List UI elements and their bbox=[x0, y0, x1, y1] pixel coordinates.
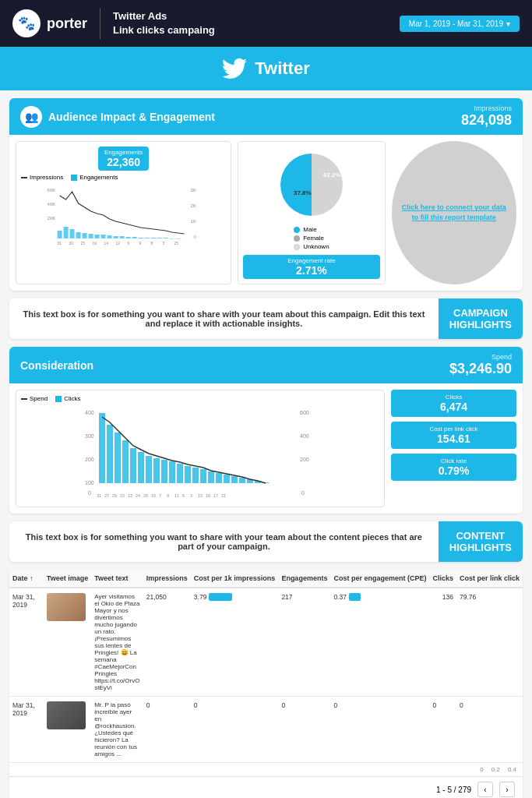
col-date[interactable]: Date ↑ bbox=[9, 570, 44, 588]
tweets-data-table: Date ↑ Tweet image Tweet text Impression… bbox=[9, 570, 523, 763]
row-tweet-text: Mr. P la pasó increíble ayer en @rockhau… bbox=[91, 697, 143, 763]
svg-text:400: 400 bbox=[85, 410, 94, 415]
table-wrapper: Date ↑ Tweet image Tweet text Impression… bbox=[9, 570, 523, 763]
clicks-metric-badge: Clicks 6,474 bbox=[391, 390, 516, 417]
engagements-badge: Engagements 22,360 bbox=[98, 147, 149, 171]
svg-rect-60 bbox=[185, 466, 191, 483]
audience-icon: 👥 bbox=[20, 106, 42, 128]
cpm-bar-cell: 3.79 bbox=[194, 593, 276, 601]
row-impressions: 0 bbox=[143, 697, 191, 763]
unknown-color-dot bbox=[294, 244, 300, 250]
svg-rect-17 bbox=[120, 236, 125, 238]
date-range[interactable]: Mar 1, 2019 - Mar 31, 2019 ▾ bbox=[400, 16, 520, 32]
svg-rect-12 bbox=[89, 234, 93, 238]
clicks-bar-icon bbox=[55, 396, 62, 402]
svg-rect-15 bbox=[107, 235, 112, 238]
svg-rect-26 bbox=[176, 238, 181, 239]
row-date: Mar 31, 2019 bbox=[9, 697, 44, 763]
svg-text:8: 8 bbox=[151, 241, 153, 245]
row-engagements: 217 bbox=[278, 588, 330, 697]
svg-text:62.2%: 62.2% bbox=[323, 171, 341, 178]
spend-metrics: Clicks 6,474 Cost per link click 154.61 … bbox=[391, 390, 516, 507]
row-cpl: 79.76 bbox=[456, 588, 523, 697]
svg-text:2K: 2K bbox=[191, 203, 196, 208]
svg-rect-61 bbox=[192, 468, 199, 483]
pagination: 1 - 5 / 279 ‹ › bbox=[9, 776, 523, 798]
audience-section: 👥 Audience Impact & Engagement Impressio… bbox=[9, 98, 523, 291]
connect-data-box[interactable]: Click here to connect your data to fill … bbox=[392, 141, 516, 284]
svg-text:29: 29 bbox=[112, 493, 117, 498]
svg-rect-49 bbox=[99, 413, 105, 483]
spend-chart: Spend Clicks 400 300 200 100 0 600 bbox=[16, 390, 385, 507]
svg-text:3K: 3K bbox=[191, 188, 196, 192]
svg-rect-9 bbox=[70, 229, 75, 238]
pagination-next-button[interactable]: › bbox=[499, 782, 515, 797]
chevron-down-icon: ▾ bbox=[506, 19, 510, 28]
legend-unknown: Unknown bbox=[294, 243, 329, 250]
chart-legend: Impressions Engagements bbox=[21, 174, 226, 181]
svg-rect-13 bbox=[95, 235, 100, 238]
audience-content: Engagements 22,360 Impressions Engagemen… bbox=[9, 135, 523, 291]
pie-legend: Male Female Unknown bbox=[294, 226, 329, 252]
spend-line-icon bbox=[21, 398, 27, 400]
svg-rect-18 bbox=[126, 237, 131, 238]
svg-text:30: 30 bbox=[69, 241, 74, 245]
consideration-title: Consideration bbox=[20, 359, 93, 372]
main-content: 👥 Audience Impact & Engagement Impressio… bbox=[0, 90, 532, 798]
col-engagements: Engagements bbox=[278, 570, 330, 588]
content-highlights-label: CONTENT HIGHLIGHTS bbox=[439, 521, 523, 562]
svg-text:22: 22 bbox=[120, 493, 125, 498]
svg-rect-50 bbox=[107, 425, 113, 483]
row-cpm: 0 bbox=[191, 697, 279, 763]
svg-rect-10 bbox=[76, 232, 81, 238]
svg-text:16: 16 bbox=[206, 493, 210, 498]
svg-rect-7 bbox=[58, 231, 62, 238]
svg-rect-59 bbox=[177, 464, 183, 483]
col-tweet-text: Tweet text bbox=[91, 570, 143, 588]
svg-text:26: 26 bbox=[143, 493, 148, 498]
spend-chart-svg: 400 300 200 100 0 600 400 200 0 bbox=[21, 405, 379, 499]
logo-icon: 🐾 bbox=[12, 9, 41, 37]
audience-header: 👥 Audience Impact & Engagement Impressio… bbox=[9, 98, 523, 135]
svg-text:14: 14 bbox=[104, 241, 109, 245]
svg-rect-54 bbox=[138, 452, 144, 483]
svg-text:37.8%: 37.8% bbox=[294, 189, 312, 196]
svg-rect-21 bbox=[145, 238, 150, 238]
svg-rect-53 bbox=[130, 448, 136, 483]
svg-text:40K: 40K bbox=[48, 202, 56, 207]
consideration-header-left: Consideration bbox=[20, 359, 93, 372]
svg-rect-16 bbox=[114, 236, 118, 238]
svg-rect-57 bbox=[161, 460, 167, 483]
tweet-thumbnail bbox=[47, 593, 86, 621]
click-rate-metric-badge: Click rate 0.79% bbox=[391, 454, 516, 481]
svg-rect-56 bbox=[153, 458, 160, 483]
table-header: Date ↑ Tweet image Tweet text Impression… bbox=[9, 570, 523, 588]
table-row: Mar 31, 2019 Ayer visitamos el Okio de P… bbox=[9, 588, 523, 697]
svg-rect-11 bbox=[83, 233, 87, 238]
row-tweet-image bbox=[44, 588, 91, 697]
row-clicks: 0 bbox=[429, 697, 456, 763]
row-cpe: 0 bbox=[330, 697, 429, 763]
svg-text:0: 0 bbox=[301, 490, 305, 496]
twitter-bird-icon bbox=[222, 56, 247, 81]
svg-text:10: 10 bbox=[151, 493, 156, 498]
svg-text:13: 13 bbox=[128, 493, 132, 498]
engagements-bar-icon bbox=[71, 175, 77, 181]
pie-chart-box: 62.2% 37.8% Male Female Unkno bbox=[238, 141, 385, 284]
consideration-header: Consideration Spend $3,246.90 bbox=[9, 347, 523, 383]
svg-rect-62 bbox=[200, 469, 206, 483]
svg-rect-58 bbox=[169, 461, 175, 483]
header: 🐾 porter Twitter Ads Link clicks campain… bbox=[0, 0, 532, 47]
pagination-prev-button[interactable]: ‹ bbox=[477, 782, 493, 797]
svg-text:0: 0 bbox=[194, 235, 197, 239]
male-color-dot bbox=[294, 227, 300, 233]
svg-text:3: 3 bbox=[163, 241, 165, 245]
svg-text:600: 600 bbox=[300, 410, 309, 415]
svg-rect-14 bbox=[101, 235, 106, 238]
connect-text: Click here to connect your data to fill … bbox=[400, 203, 509, 222]
header-divider bbox=[100, 8, 100, 39]
svg-rect-66 bbox=[231, 476, 238, 483]
svg-text:200: 200 bbox=[85, 457, 94, 462]
svg-text:25: 25 bbox=[174, 241, 179, 245]
svg-rect-55 bbox=[146, 456, 152, 483]
